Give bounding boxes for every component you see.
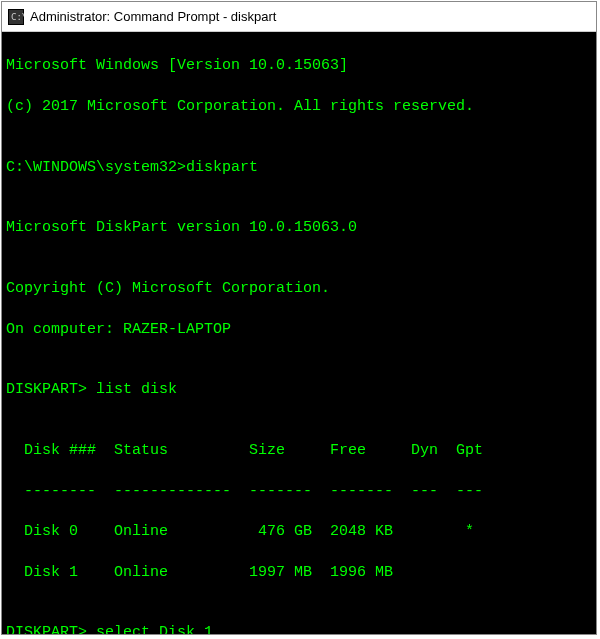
output-line: Microsoft Windows [Version 10.0.15063] [6,56,592,76]
output-line: C:\WINDOWS\system32>diskpart [6,158,592,178]
svg-text:C:\: C:\ [11,12,24,22]
table-header: Disk ### Status Size Free Dyn Gpt [6,441,592,461]
command: list disk [96,381,177,398]
cmd-icon: C:\ [8,9,24,25]
diskpart-prompt: DISKPART> [6,381,96,398]
titlebar[interactable]: C:\ Administrator: Command Prompt - disk… [2,2,596,32]
output-line: Copyright (C) Microsoft Corporation. [6,279,592,299]
command: diskpart [186,159,258,176]
output-line: On computer: RAZER-LAPTOP [6,320,592,340]
output-line: Microsoft DiskPart version 10.0.15063.0 [6,218,592,238]
command-prompt-window: C:\ Administrator: Command Prompt - disk… [1,1,597,635]
output-line: (c) 2017 Microsoft Corporation. All righ… [6,97,592,117]
table-divider: -------- ------------- ------- ------- -… [6,482,592,502]
window-title: Administrator: Command Prompt - diskpart [30,9,276,24]
command: select Disk 1 [96,624,213,634]
diskpart-prompt: DISKPART> [6,624,96,634]
prompt: C:\WINDOWS\system32> [6,159,186,176]
console-output[interactable]: Microsoft Windows [Version 10.0.15063] (… [2,32,596,634]
output-line: DISKPART> list disk [6,380,592,400]
table-row: Disk 1 Online 1997 MB 1996 MB [6,563,592,583]
output-line: DISKPART> select Disk 1 [6,623,592,634]
table-row: Disk 0 Online 476 GB 2048 KB * [6,522,592,542]
